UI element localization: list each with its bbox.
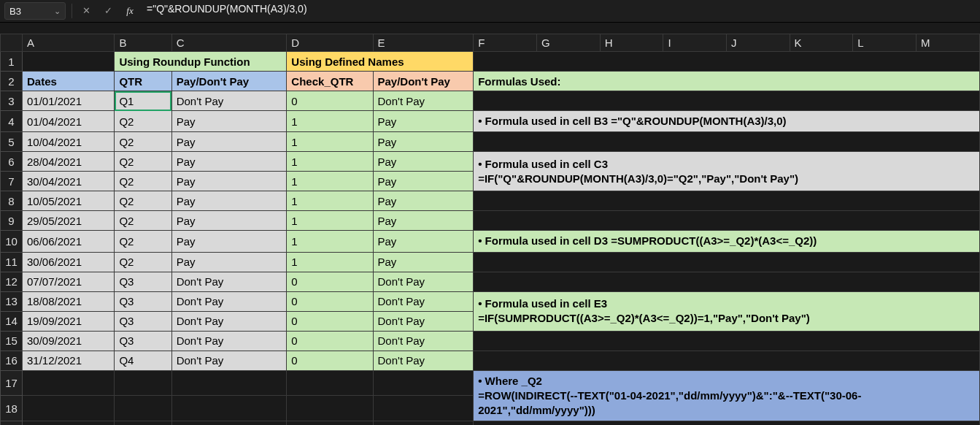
cell[interactable]: Don't Pay [373, 91, 474, 111]
cell[interactable]: 1 [287, 172, 373, 191]
cell[interactable] [287, 421, 373, 425]
cell[interactable]: Check_QTR [287, 72, 373, 91]
cell[interactable]: 1 [287, 152, 373, 172]
cell[interactable] [474, 91, 980, 111]
cell[interactable]: • Formula used in cell D3 =SUMPRODUCT((A… [474, 231, 980, 252]
cell[interactable]: Pay [373, 252, 474, 272]
cell[interactable]: 10/04/2021 [22, 132, 114, 152]
cell[interactable] [474, 421, 980, 425]
cell[interactable] [474, 272, 980, 291]
cell[interactable]: Pay [171, 191, 287, 211]
fx-icon[interactable]: fx [122, 3, 138, 19]
cell[interactable]: 29/05/2021 [22, 211, 114, 231]
row-header[interactable]: 8 [1, 191, 23, 211]
cell[interactable]: Don't Pay [373, 291, 474, 311]
cell[interactable]: 1 [287, 191, 373, 211]
formula-input[interactable]: ="Q"&ROUNDUP(MONTH(A3)/3,0) [144, 3, 976, 19]
row-header[interactable]: 7 [1, 172, 23, 191]
cell[interactable] [373, 370, 474, 396]
row-header[interactable]: 4 [1, 111, 23, 132]
cell[interactable]: Pay [171, 172, 287, 191]
cell[interactable]: Pay [373, 172, 474, 191]
cell[interactable]: Q2 [115, 211, 171, 231]
cell[interactable]: Pay [373, 152, 474, 172]
cell[interactable] [287, 370, 373, 396]
cell[interactable]: Don't Pay [171, 272, 287, 291]
col-header[interactable]: K [790, 34, 853, 52]
row-header[interactable]: 9 [1, 211, 23, 231]
row-header[interactable]: 5 [1, 132, 23, 152]
chevron-down-icon[interactable]: ⌄ [54, 7, 61, 16]
col-header[interactable]: A [22, 34, 114, 52]
cell[interactable]: Pay [373, 191, 474, 211]
cell[interactable] [474, 191, 980, 211]
cell[interactable]: Q2 [115, 172, 171, 191]
cell[interactable]: 1 [287, 132, 373, 152]
cell[interactable] [171, 421, 287, 425]
cell[interactable]: 0 [287, 91, 373, 111]
cell[interactable] [373, 421, 474, 425]
col-header[interactable]: H [600, 34, 663, 52]
cell[interactable]: 0 [287, 351, 373, 370]
cell[interactable] [171, 370, 287, 396]
cell[interactable] [474, 331, 980, 351]
cell[interactable]: 1 [287, 231, 373, 252]
cell[interactable]: Pay [171, 231, 287, 252]
cell[interactable]: Q4 [115, 351, 171, 370]
cell[interactable]: 30/09/2021 [22, 331, 114, 351]
cell[interactable]: Pay/Don't Pay [373, 72, 474, 91]
cell[interactable]: Pay [171, 152, 287, 172]
cell[interactable]: 19/09/2021 [22, 311, 114, 331]
select-all-corner[interactable] [1, 34, 23, 52]
cell[interactable]: Q2 [115, 252, 171, 272]
col-header[interactable]: G [536, 34, 600, 52]
cell[interactable]: Q2 [115, 132, 171, 152]
cell[interactable]: 30/04/2021 [22, 172, 114, 191]
cell[interactable]: 0 [287, 331, 373, 351]
cell[interactable]: Pay [373, 132, 474, 152]
cell[interactable]: 10/05/2021 [22, 191, 114, 211]
cell[interactable]: Don't Pay [373, 272, 474, 291]
col-header[interactable]: D [287, 34, 373, 52]
row-header[interactable]: 12 [1, 272, 23, 291]
confirm-icon[interactable]: ✓ [100, 3, 116, 19]
cell[interactable]: 31/12/2021 [22, 351, 114, 370]
cell[interactable]: 0 [287, 272, 373, 291]
col-header[interactable]: I [663, 34, 726, 52]
cell[interactable]: Pay [373, 111, 474, 132]
cell[interactable] [115, 421, 171, 425]
cell[interactable] [474, 52, 980, 72]
cell[interactable] [474, 351, 980, 370]
cell[interactable]: 01/04/2021 [22, 111, 114, 132]
col-header[interactable]: E [373, 34, 474, 52]
cell[interactable] [171, 396, 287, 421]
cell[interactable]: • Formula used in cell B3 ="Q"&ROUNDUP(M… [474, 111, 980, 132]
cell[interactable]: Pay [171, 132, 287, 152]
cell[interactable]: • Formula used in cell C3=IF("Q"&ROUNDUP… [474, 152, 980, 191]
cell[interactable]: Don't Pay [373, 331, 474, 351]
cell[interactable]: Using Defined Names [287, 52, 474, 72]
cell[interactable]: Don't Pay [171, 351, 287, 370]
cell[interactable] [22, 396, 114, 421]
col-header[interactable]: M [917, 34, 980, 52]
row-header[interactable]: 1 [1, 52, 23, 72]
cell[interactable]: Pay [171, 111, 287, 132]
cell[interactable]: Q3 [115, 331, 171, 351]
cell[interactable]: Q3 [115, 272, 171, 291]
row-header[interactable]: 3 [1, 91, 23, 111]
cancel-icon[interactable]: ✕ [78, 3, 94, 19]
row-header[interactable]: 19 [1, 421, 23, 425]
cell[interactable] [373, 396, 474, 421]
row-header[interactable]: 10 [1, 231, 23, 252]
cell[interactable]: Don't Pay [171, 291, 287, 311]
row-header[interactable]: 6 [1, 152, 23, 172]
cell[interactable]: 30/06/2021 [22, 252, 114, 272]
cell[interactable]: 1 [287, 211, 373, 231]
row-header[interactable]: 2 [1, 72, 23, 91]
cell[interactable]: Pay [373, 231, 474, 252]
cell[interactable]: Pay [373, 211, 474, 231]
cell[interactable] [287, 396, 373, 421]
cell[interactable]: 06/06/2021 [22, 231, 114, 252]
col-header[interactable]: F [474, 34, 537, 52]
row-header[interactable]: 16 [1, 351, 23, 370]
